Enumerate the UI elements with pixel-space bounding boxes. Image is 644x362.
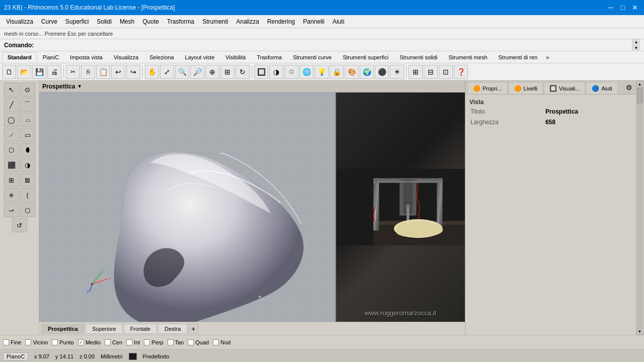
lock-button[interactable]: 🔒 — [330, 65, 344, 79]
redo-button[interactable]: ↪ — [126, 65, 140, 79]
help-button[interactable]: ❓ — [454, 65, 468, 79]
menu-aiuti[interactable]: Aiuti — [329, 16, 348, 27]
undo-button[interactable]: ↩ — [111, 65, 125, 79]
rpanel-tab-aiuti[interactable]: 🔵 Aiuti — [586, 82, 617, 94]
line-tool[interactable]: ╱ — [4, 98, 19, 112]
menu-rendering[interactable]: Rendering — [263, 16, 299, 27]
maximize-button[interactable]: □ — [618, 3, 628, 13]
viewport-dropdown-icon[interactable]: ▼ — [77, 83, 82, 89]
rpanel-tab-visuali[interactable]: 🔲 Visuali... — [544, 82, 585, 94]
extra-tool[interactable]: ↺ — [12, 218, 27, 232]
snap-int-checkbox[interactable] — [126, 339, 132, 345]
transform-tool[interactable]: ✳ — [4, 188, 19, 202]
snap-quad-checkbox[interactable] — [188, 339, 194, 345]
sun-button[interactable]: ☀ — [390, 65, 404, 79]
analyze-tool[interactable]: ⟨ — [20, 188, 35, 202]
open-button[interactable]: 📂 — [17, 65, 31, 79]
polyline-tool[interactable]: ⟋ — [4, 128, 19, 142]
tab-strumenti-mesh[interactable]: Strumenti mesh — [443, 52, 493, 62]
display-mode-button[interactable]: 🔲 — [254, 65, 268, 79]
vp-tab-prospettica[interactable]: Prospettica — [41, 324, 85, 334]
tab-strumenti-superfici[interactable]: Strumenti superfici — [337, 52, 394, 62]
surface-tool[interactable]: ⬛ — [4, 158, 19, 172]
render-button[interactable]: 🌐 — [299, 65, 313, 79]
point-tool[interactable]: ⊙ — [20, 82, 35, 97]
snap-fine-checkbox[interactable] — [3, 339, 9, 345]
tab-layout-viste[interactable]: Layout viste — [180, 52, 220, 62]
zoom-extents-button[interactable]: ⤢ — [160, 65, 174, 79]
rpanel-tab-properties[interactable]: 🟠 Propri... — [467, 82, 508, 94]
layer-tool[interactable]: ⬡ — [20, 203, 35, 217]
dimension-tool[interactable]: ⊠ — [20, 173, 35, 187]
circle-tool[interactable]: ◯ — [4, 113, 19, 127]
transform2-button[interactable]: ⊡ — [439, 65, 453, 79]
menu-mesh[interactable]: Mesh — [116, 16, 138, 27]
toolbar-tabs-more[interactable]: » — [543, 53, 552, 61]
arc-tool[interactable]: ⌓ — [20, 113, 35, 127]
menu-analizza[interactable]: Analizza — [232, 16, 263, 27]
menu-trasforma[interactable]: Trasforma — [163, 16, 198, 27]
polygon-tool[interactable]: ⬡ — [4, 143, 19, 157]
snap-punto-checkbox[interactable] — [52, 339, 58, 345]
solid-tool[interactable]: ◑ — [20, 158, 35, 172]
panel-settings-button[interactable]: ⚙ — [624, 82, 634, 93]
material-swatch[interactable] — [129, 353, 137, 360]
menu-strumenti[interactable]: Strumenti — [198, 16, 232, 27]
scroll-up-arrow[interactable]: ▲ — [636, 80, 643, 87]
snap-cen-checkbox[interactable] — [105, 339, 111, 345]
command-scroll[interactable]: ▲ ▼ — [632, 39, 640, 51]
menu-pannelli[interactable]: Pannelli — [299, 16, 329, 27]
tab-standard[interactable]: Standard — [2, 52, 37, 62]
snap-medio-checkbox[interactable]: ✓ — [78, 339, 84, 345]
zoom-all-button[interactable]: ⊞ — [220, 65, 234, 79]
print-button[interactable]: 🖨 — [47, 65, 61, 79]
new-button[interactable]: 🗋 — [2, 65, 16, 79]
vp-tab-superiore[interactable]: Superiore — [86, 324, 123, 334]
ellipse-tool[interactable]: ⬮ — [20, 143, 35, 157]
material-button[interactable]: 🎨 — [345, 65, 359, 79]
pan-button[interactable]: ✋ — [145, 65, 159, 79]
menu-curve[interactable]: Curve — [37, 16, 61, 27]
scroll-down-arrow[interactable]: ▼ — [636, 328, 643, 335]
sphere-button[interactable]: ⚫ — [375, 65, 389, 79]
snap-nod-checkbox[interactable] — [213, 339, 219, 345]
scroll-thumb[interactable] — [637, 88, 643, 103]
mesh-tool[interactable]: ⊞ — [4, 173, 19, 187]
tab-strumenti-solidi[interactable]: Strumenti solidi — [394, 52, 443, 62]
tab-pianic[interactable]: PianiC — [37, 52, 64, 62]
paste-button[interactable]: 📋 — [96, 65, 110, 79]
save-button[interactable]: 💾 — [32, 65, 46, 79]
menu-superfici[interactable]: Superfici — [61, 16, 93, 27]
minimize-button[interactable]: ─ — [606, 3, 616, 13]
snap-tan-checkbox[interactable] — [168, 339, 174, 345]
scroll-track[interactable] — [636, 87, 643, 328]
curve-tool[interactable]: ⌒ — [20, 98, 35, 112]
snap-button[interactable]: ⊞ — [409, 65, 423, 79]
menu-solidi[interactable]: Solidi — [93, 16, 116, 27]
cut-button[interactable]: ✂ — [66, 65, 80, 79]
tab-strumenti-curve[interactable]: Strumenti curve — [287, 52, 337, 62]
command-input[interactable] — [36, 42, 632, 49]
viewport-photo[interactable]: www.ruggeromarzocca.it — [336, 93, 465, 322]
copy-button[interactable]: ⎘ — [81, 65, 95, 79]
zoom-in-button[interactable]: 🔍 — [175, 65, 189, 79]
select-tool[interactable]: ↖ — [4, 82, 19, 97]
history-tool[interactable]: ⤻ — [4, 203, 19, 217]
menu-quote[interactable]: Quote — [138, 16, 163, 27]
tab-visibilita[interactable]: Visibilità — [220, 52, 251, 62]
tab-imposta-vista[interactable]: Imposta vista — [64, 52, 108, 62]
light-button[interactable]: 💡 — [314, 65, 329, 79]
rpanel-tab-livelli[interactable]: 🟠 Livelli — [509, 82, 543, 94]
close-button[interactable]: ✕ — [630, 3, 640, 13]
zoom-window-button[interactable]: ⊕ — [205, 65, 219, 79]
rotate-button[interactable]: ↻ — [235, 65, 250, 79]
vp-tab-destra[interactable]: Destra — [158, 324, 187, 334]
zoom-out-button[interactable]: 🔎 — [190, 65, 204, 79]
wireframe-button[interactable]: ⬡ — [284, 65, 298, 79]
menu-visualizza[interactable]: Visualizza — [2, 16, 37, 27]
tab-trasforma[interactable]: Trasforma — [251, 52, 287, 62]
env-button[interactable]: 🌍 — [360, 65, 374, 79]
vp-tab-add-button[interactable]: + — [188, 324, 198, 334]
tab-visualizza[interactable]: Visualizza — [108, 52, 144, 62]
snap-vicino-checkbox[interactable] — [25, 339, 31, 345]
